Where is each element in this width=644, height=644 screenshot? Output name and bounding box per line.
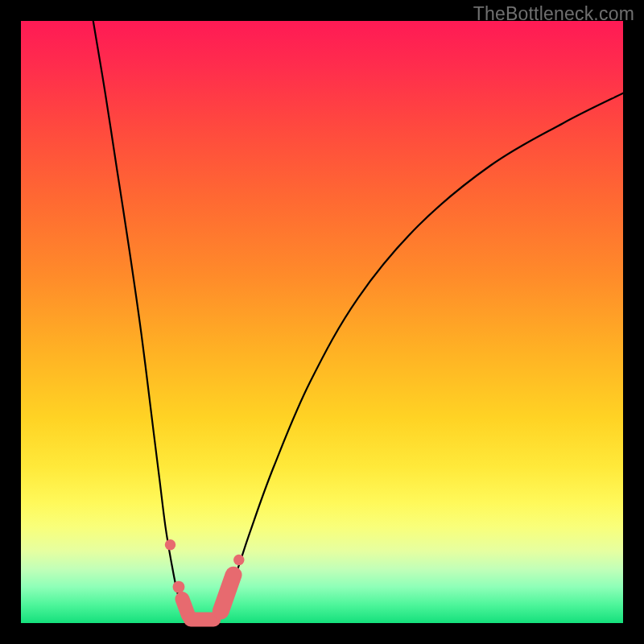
chart-frame: TheBottleneck.com (0, 0, 644, 644)
dot-right-upper (233, 555, 244, 565)
curve-left-branch (93, 21, 190, 623)
dot-left-upper (165, 539, 175, 550)
pill-left (182, 599, 188, 615)
curve-right-branch (213, 93, 623, 623)
plot-area (21, 21, 623, 623)
pill-right (221, 575, 233, 611)
dot-left-lower (172, 581, 184, 593)
marker-layer (165, 539, 245, 619)
curve-layer (21, 21, 623, 623)
